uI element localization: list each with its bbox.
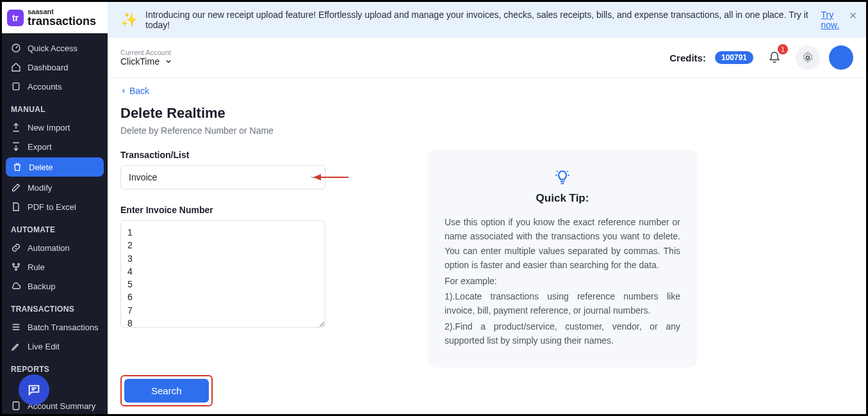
content-area: Back Delete Realtime Delete by Reference…: [108, 78, 866, 414]
sidebar-section-reports: REPORTS: [2, 356, 108, 378]
banner-close-icon[interactable]: ✕: [849, 10, 857, 22]
logo-badge: tr: [7, 10, 24, 26]
svg-rect-5: [13, 402, 19, 410]
sidebar-item-pdf-to-excel[interactable]: PDF to Excel: [2, 197, 108, 216]
notification-badge: 1: [778, 44, 788, 54]
invoice-number-textarea[interactable]: 1 2 3 4 5 6 7 8: [120, 220, 325, 328]
clipboard-icon: [11, 81, 21, 92]
credits-label: Credits:: [669, 52, 706, 63]
header-bar: Current Account ClickTime Credits: 10079…: [108, 38, 866, 78]
page-title: Delete Realtime: [120, 105, 853, 122]
svg-point-2: [13, 264, 15, 266]
sidebar-item-reports[interactable]: ts: [2, 378, 108, 396]
link-icon: [11, 243, 21, 253]
sidebar-item-dashboard[interactable]: Dashboard: [2, 58, 108, 77]
sidebar-item-accounts[interactable]: Accounts: [2, 77, 108, 96]
sidebar-item-export[interactable]: Export: [2, 137, 108, 156]
sidebar-item-account-summary[interactable]: Account Summary: [2, 396, 108, 414]
sidebar-item-live-edit[interactable]: Live Edit: [2, 337, 108, 356]
quick-tip-card: Quick Tip: Use this option if you know t…: [428, 150, 697, 367]
branch-icon: [11, 262, 21, 272]
chevron-down-icon: [165, 58, 172, 65]
transaction-list-select[interactable]: Invoice: [120, 165, 325, 189]
sidebar-item-rule[interactable]: Rule: [2, 257, 108, 276]
sidebar-section-transactions: TRANSACTIONS: [2, 296, 108, 317]
sidebar-item-new-import[interactable]: New Import: [2, 118, 108, 137]
current-account-label: Current Account: [120, 49, 172, 56]
doc-icon: [11, 401, 21, 411]
sidebar-item-automation[interactable]: Automation: [2, 238, 108, 257]
sidebar-item-modify[interactable]: Modify: [2, 178, 108, 197]
download-icon: [11, 141, 21, 152]
gauge-icon: [11, 43, 21, 53]
sidebar-item-backup[interactable]: Backup: [2, 276, 108, 296]
settings-button[interactable]: [796, 45, 820, 70]
logo: tr saasant transactions: [2, 2, 108, 33]
file-icon: [11, 202, 21, 212]
logo-text: saasant transactions: [28, 8, 96, 27]
back-link[interactable]: Back: [120, 86, 149, 96]
home-icon: [11, 62, 21, 72]
gear-icon: [801, 51, 814, 64]
sidebar-section-automate: AUTOMATE: [2, 216, 108, 238]
chat-icon: [27, 383, 41, 397]
upload-icon: [11, 122, 21, 132]
page-subtitle: Delete by Reference Number or Name: [120, 125, 853, 136]
notifications-button[interactable]: 1: [762, 45, 787, 70]
transaction-list-label: Transaction/List: [120, 150, 325, 160]
sidebar-item-batch-transactions[interactable]: Batch Transactions: [2, 317, 108, 337]
chat-fab[interactable]: [19, 374, 49, 405]
tip-title: Quick Tip:: [445, 192, 680, 205]
search-button-highlight: Search: [120, 375, 213, 406]
pencil-icon: [11, 341, 21, 351]
account-switcher[interactable]: ClickTime: [120, 56, 172, 67]
cloud-icon: [11, 281, 21, 291]
sidebar-item-quick-access[interactable]: Quick Access: [2, 38, 108, 58]
announcement-banner: ✨ Introducing our new receipt upload fea…: [108, 2, 866, 38]
invoice-number-label: Enter Invoice Number: [120, 205, 325, 215]
sparkle-icon: ✨: [120, 12, 138, 28]
svg-point-6: [807, 56, 810, 60]
tip-body: Use this option if you know the exact re…: [445, 215, 680, 348]
sidebar-item-delete[interactable]: Delete: [6, 157, 104, 177]
sidebar: tr saasant transactions Quick Access Das…: [2, 2, 108, 414]
svg-point-4: [15, 269, 17, 271]
edit-icon: [11, 182, 21, 193]
sidebar-section-manual: MANUAL: [2, 96, 108, 118]
banner-text: Introducing our new receipt upload featu…: [145, 10, 810, 30]
avatar[interactable]: [829, 45, 853, 70]
svg-rect-1: [13, 83, 19, 90]
chevron-left-icon: [120, 86, 127, 95]
list-icon: [11, 322, 21, 332]
annotation-arrow: [313, 171, 352, 184]
lightbulb-icon: [445, 169, 680, 186]
trash-icon: [12, 162, 22, 172]
chevron-down-icon: [309, 173, 317, 181]
search-button[interactable]: Search: [124, 379, 209, 403]
svg-point-3: [18, 264, 20, 266]
credits-pill: 100791: [715, 51, 753, 64]
